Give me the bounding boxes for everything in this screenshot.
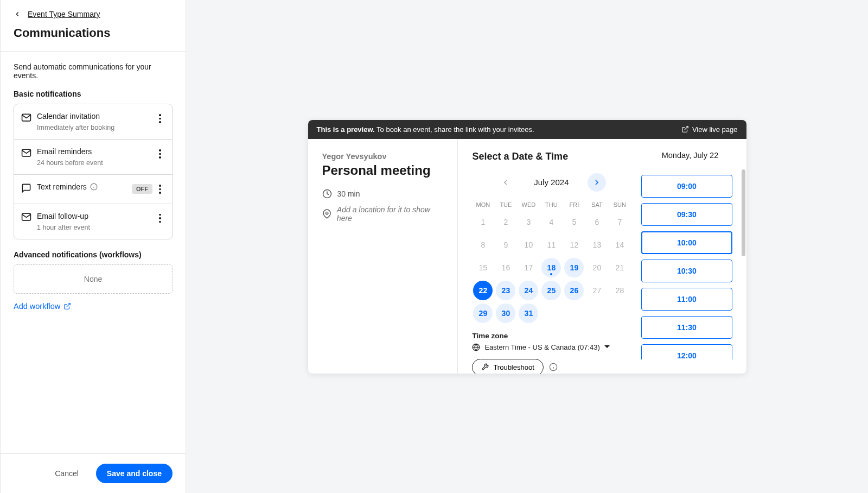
calendar-day[interactable]: 31 (519, 304, 538, 323)
time-slot[interactable]: 11:00 (641, 288, 732, 311)
back-label: Event Type Summary (28, 10, 100, 18)
duration-text: 30 min (337, 189, 360, 198)
calendar-day[interactable]: 25 (541, 281, 561, 300)
notification-title: Email reminders (37, 147, 149, 156)
save-button[interactable]: Save and close (96, 464, 173, 483)
preview-card: This is a preview. To book an event, sha… (308, 120, 746, 374)
timezone-value: Eastern Time - US & Canada (07:43) (484, 343, 599, 351)
calendar-day: 2 (496, 212, 515, 232)
notification-title: Calendar invitation (37, 112, 149, 121)
calendar-day: 17 (519, 258, 538, 277)
wrench-icon (481, 363, 489, 371)
troubleshoot-row: Troubleshoot (472, 359, 630, 374)
calendar-day[interactable]: 18 (541, 258, 561, 277)
notification-title: Text reminders (37, 182, 126, 191)
event-title: Personal meeting (322, 163, 444, 178)
timezone-selector[interactable]: Eastern Time - US & Canada (07:43) (472, 343, 630, 351)
calendar-day: 5 (564, 212, 584, 232)
day-of-week: TUE (495, 199, 516, 210)
calendar-day[interactable]: 29 (473, 304, 493, 323)
time-slot[interactable]: 09:30 (641, 203, 732, 226)
add-workflow-link[interactable]: Add workflow (14, 302, 71, 311)
location-icon (322, 209, 331, 219)
notification-item[interactable]: Email follow-up 1 hour after event (14, 204, 172, 239)
calendar-day: 28 (610, 281, 629, 300)
info-icon[interactable] (549, 363, 558, 371)
mail-icon (21, 112, 31, 123)
calendar-day: 11 (541, 235, 561, 255)
calendar-day[interactable]: 26 (564, 281, 584, 300)
notification-text: Email reminders 24 hours before event (37, 147, 149, 167)
notification-menu[interactable] (155, 212, 165, 225)
back-link[interactable]: Event Type Summary (14, 10, 100, 18)
preview-mid: Select a Date & Time July 2024 MONTUEWED… (458, 139, 641, 374)
notification-subtitle: Immediately after booking (37, 124, 149, 131)
notification-right (155, 147, 165, 161)
workflows-empty: None (14, 264, 173, 294)
time-slot[interactable]: 10:00 (641, 231, 732, 254)
location-row[interactable]: Add a location for it to show here (322, 205, 444, 223)
external-link-icon (63, 302, 71, 310)
calendar-day: 9 (496, 235, 515, 255)
add-workflow-label: Add workflow (14, 302, 60, 311)
notification-menu[interactable] (155, 147, 165, 161)
day-of-week: THU (540, 199, 562, 210)
basic-notifications-label: Basic notifications (14, 90, 173, 98)
timezone-section: Time zone Eastern Time - US & Canada (07… (472, 332, 630, 351)
calendar-day[interactable]: 24 (519, 281, 538, 300)
troubleshoot-button[interactable]: Troubleshoot (472, 359, 543, 374)
time-slots: 09:0009:3010:0010:3011:0011:3012:00 (641, 175, 738, 359)
time-slot[interactable]: 12:00 (641, 344, 732, 359)
prev-month-button[interactable] (496, 173, 515, 192)
notification-item[interactable]: Email reminders 24 hours before event (14, 140, 172, 175)
view-live-link[interactable]: View live page (681, 125, 738, 134)
notification-menu[interactable] (155, 112, 165, 125)
time-slot[interactable]: 10:30 (641, 260, 732, 282)
calendar-day: 12 (564, 235, 584, 255)
calendar-day[interactable]: 19 (564, 258, 584, 277)
select-date-title: Select a Date & Time (472, 151, 630, 162)
calendar-nav: July 2024 (472, 173, 630, 192)
time-slot[interactable]: 11:30 (641, 316, 732, 339)
notification-list: Calendar invitation Immediately after bo… (14, 104, 173, 239)
preview-body: Yegor Yevsyukov Personal meeting 30 min … (308, 139, 746, 374)
notification-right (155, 112, 165, 125)
notification-text: Calendar invitation Immediately after bo… (37, 112, 149, 131)
notification-item[interactable]: Text reminders OFF (14, 175, 172, 204)
chat-icon (21, 182, 31, 193)
svg-line-6 (67, 303, 70, 306)
day-of-week: FRI (563, 199, 585, 210)
calendar-day[interactable]: 23 (496, 281, 515, 300)
calendar-day: 21 (610, 258, 629, 277)
calendar-day: 4 (541, 212, 561, 232)
selected-date-label: Monday, July 22 (641, 151, 738, 160)
calendar-day: 8 (473, 235, 493, 255)
calendar-day[interactable]: 30 (496, 304, 515, 323)
notification-menu[interactable] (155, 182, 165, 196)
calendar-day: 16 (496, 258, 515, 277)
notification-right: OFF (132, 182, 165, 196)
globe-icon (472, 343, 480, 351)
chevron-left-icon (14, 10, 21, 18)
preview-bar: This is a preview. To book an event, sha… (308, 120, 746, 139)
day-of-week: SAT (586, 199, 608, 210)
svg-point-9 (326, 212, 328, 214)
month-label: July 2024 (527, 178, 576, 187)
cancel-button[interactable]: Cancel (44, 464, 90, 483)
troubleshoot-label: Troubleshoot (493, 363, 534, 371)
sidebar-description: Send automatic communications for your e… (14, 62, 173, 80)
notification-item[interactable]: Calendar invitation Immediately after bo… (14, 104, 172, 140)
calendar-day: 27 (587, 281, 607, 300)
scrollbar[interactable] (742, 169, 745, 256)
calendar-day[interactable]: 22 (473, 281, 493, 300)
notification-text: Text reminders (37, 182, 126, 191)
calendar-day: 1 (473, 212, 493, 232)
mail-icon (21, 147, 31, 158)
sidebar-body: Send automatic communications for your e… (1, 52, 186, 453)
time-slot[interactable]: 09:00 (641, 175, 732, 198)
advanced-notifications-label: Advanced notifications (workflows) (14, 250, 173, 259)
chevron-right-icon (592, 178, 601, 187)
next-month-button[interactable] (588, 173, 606, 192)
preview-bar-strong: This is a preview. (317, 125, 375, 134)
caret-down-icon (604, 344, 610, 350)
